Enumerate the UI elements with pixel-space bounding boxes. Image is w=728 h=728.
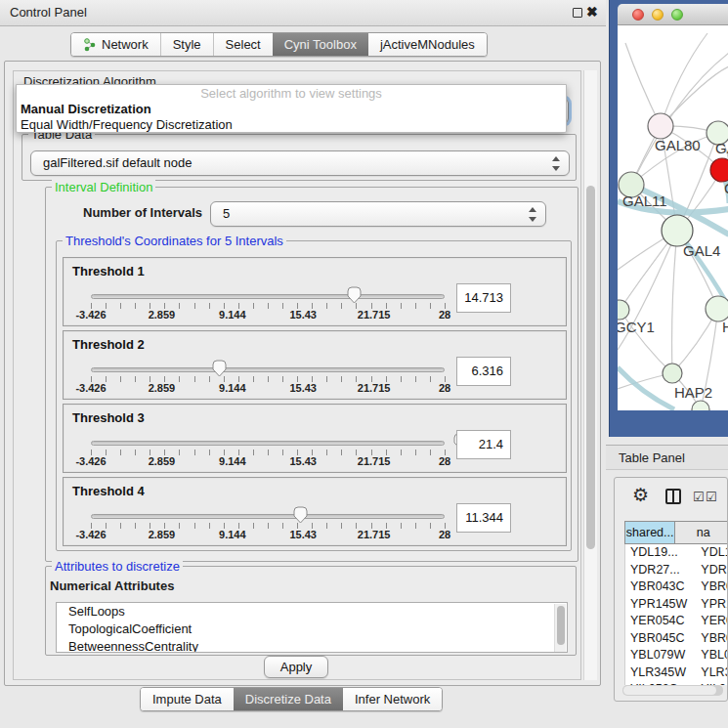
threshold-2-value[interactable]: 6.316 [456,357,511,386]
table-row[interactable]: YDL19...YDL1 [625,544,728,562]
tab-jactivemnodules[interactable]: jActiveMNodules [368,33,487,56]
attributes-scrollbar[interactable] [554,604,566,653]
node-label: H [722,319,728,335]
network-view-window: GAL80 GA C GAL11 GAL4 GCY1 H HAP2 [609,0,728,437]
float-window-icon[interactable] [573,8,582,18]
node-label: GA [715,140,728,156]
threshold-2-panel: Threshold 2 -3.4262.8599.14415.4321.7152… [63,330,567,400]
checkbox-icon[interactable]: ☑ [706,490,717,504]
threshold-1-value[interactable]: 14.713 [456,283,511,313]
node-gcy1[interactable] [618,300,629,320]
network-window-titlebar[interactable] [618,4,728,25]
table-toolbar: ⚙ ☑ ☑ [615,478,727,517]
table-panel-title: Table Panel [619,446,685,470]
node-label: HAP2 [674,384,712,401]
checkbox-icon[interactable]: ☑ [693,490,705,504]
list-item[interactable]: SelfLoops [57,603,567,621]
threshold-2-slider-track[interactable] [91,367,445,372]
column-header-name[interactable]: na [675,522,728,543]
option-equal-width-frequency[interactable]: Equal Width/Frequency Discretization [21,117,233,132]
option-manual-discretization[interactable]: Manual Discretization [21,102,151,116]
tab-infer-network[interactable]: Infer Network [343,688,442,710]
control-panel-titlebar: Control Panel ✖ [0,0,606,26]
numerical-attributes-list: SelfLoops TopologicalCoefficient Between… [56,602,568,653]
network-canvas[interactable]: GAL80 GA C GAL11 GAL4 GCY1 H HAP2 [618,25,728,410]
apply-button[interactable]: Apply [264,656,328,678]
attributes-title: Attributes to discretize [52,559,183,574]
number-of-intervals-combo[interactable]: 5 [210,201,546,227]
table-row[interactable]: YBR045CYBR0 [625,630,728,648]
zoom-traffic-light-icon[interactable] [671,9,683,21]
threshold-4-slider-track[interactable] [91,514,445,519]
tab-style[interactable]: Style [160,33,213,56]
node-gal80[interactable] [648,113,673,139]
table-row[interactable]: YPR145WYPR1 [625,596,728,614]
threshold-4-panel: Threshold 4 -3.4262.8599.14415.4321.7152… [63,477,567,546]
threshold-4-value[interactable]: 11.344 [456,503,511,533]
table-row[interactable]: YBL079WYBL0 [625,647,728,664]
settings-gear-icon[interactable]: ⚙ [632,484,649,506]
threshold-3-value[interactable]: 21.4 [456,430,511,459]
top-tab-bar: Network Style Select Cyni Toolbox jActiv… [70,32,488,57]
table-row[interactable]: YER054CYER0 [625,613,728,630]
node-hap2[interactable] [663,364,682,383]
tab-discretize-data[interactable]: Discretize Data [234,688,343,710]
list-item[interactable]: BetweennessCentrality [57,638,567,653]
algorithm-hint: Select algorithm to view settings [17,86,566,101]
numerical-attributes-label: Numerical Attributes [50,578,174,593]
threshold-1-panel: Threshold 1 -3.4262.8599.14415.4321.7152… [63,257,567,326]
node-red[interactable] [710,158,728,182]
table-rows: YDL19...YDL1 YDR27...YDR2 YBR043CYBR0 YP… [624,544,728,685]
node-table: shared... na YDL19...YDL1 YDR27...YDR2 Y… [624,521,728,685]
threshold-3-panel: Threshold 3 -3.4262.8599.14415.4321.7152… [63,404,567,473]
threshold-3-slider-track[interactable] [91,441,445,446]
main-panel-scrollbar[interactable] [583,70,597,680]
threshold-4-slider-thumb[interactable] [291,506,310,525]
bottom-tab-bar: Impute Data Discretize Data Infer Networ… [140,687,443,711]
thresholds-group: Threshold's Coordinates for 5 Intervals … [56,240,572,551]
table-panel-titlebar: Table Panel [606,445,728,470]
table-row[interactable]: YLR345WYLR3 [625,664,728,682]
network-icon [83,38,97,52]
number-of-intervals-label: Number of Intervals [83,205,202,220]
panel-title: Control Panel [10,0,87,25]
thresholds-title: Threshold's Coordinates for 5 Intervals [63,234,286,248]
network-nodes[interactable] [618,113,728,410]
tab-cyni-toolbox[interactable]: Cyni Toolbox [273,33,368,56]
table-panel-body: ⚙ ☑ ☑ shared... na YDL19...YDL1 YDR27...… [614,477,728,702]
split-columns-icon[interactable] [665,489,681,504]
node-label: C [724,180,728,196]
stepper-icon [551,155,561,172]
discretize-sub-panel: Discretization Algorithm Select algorith… [13,70,581,680]
node-label: GAL11 [622,193,667,209]
node-label: GAL80 [655,137,701,153]
minimize-traffic-light-icon[interactable] [652,9,664,21]
cyni-main-panel: Discretization Algorithm Select algorith… [4,61,601,686]
tab-select[interactable]: Select [213,33,273,56]
table-header: shared... na [624,521,728,544]
table-horizontal-scrollbar[interactable] [622,685,723,696]
tab-impute-data[interactable]: Impute Data [141,688,234,710]
interval-definition-title: Interval Definition [52,180,155,194]
stepper-icon [528,206,537,223]
table-data-group: Table Data galFiltered.sif default node [21,134,577,181]
table-row[interactable]: YDR27...YDR2 [625,562,728,579]
table-row[interactable]: YBR043CYBR0 [625,578,728,596]
node-label: GCY1 [618,319,655,335]
node-partial[interactable] [692,401,709,410]
threshold-1-slider-thumb[interactable] [345,286,364,305]
threshold-1-slider-track[interactable] [91,294,445,299]
control-panel: Control Panel ✖ Network Style Select Cyn… [0,0,606,728]
list-item[interactable]: TopologicalCoefficient [57,621,567,638]
tab-network[interactable]: Network [71,33,160,56]
column-header-shared[interactable]: shared... [625,522,675,543]
close-icon[interactable]: ✖ [586,4,598,20]
close-traffic-light-icon[interactable] [632,9,644,21]
interval-definition-group: Interval Definition Number of Intervals … [45,187,578,562]
table-data-combo[interactable]: galFiltered.sif default node [30,150,570,176]
node-label: GAL4 [683,242,720,259]
threshold-2-slider-thumb[interactable] [210,360,229,378]
algorithm-dropdown-popup: Select algorithm to view settings Manual… [16,84,567,133]
attributes-group: Attributes to discretize Numerical Attri… [45,566,577,656]
